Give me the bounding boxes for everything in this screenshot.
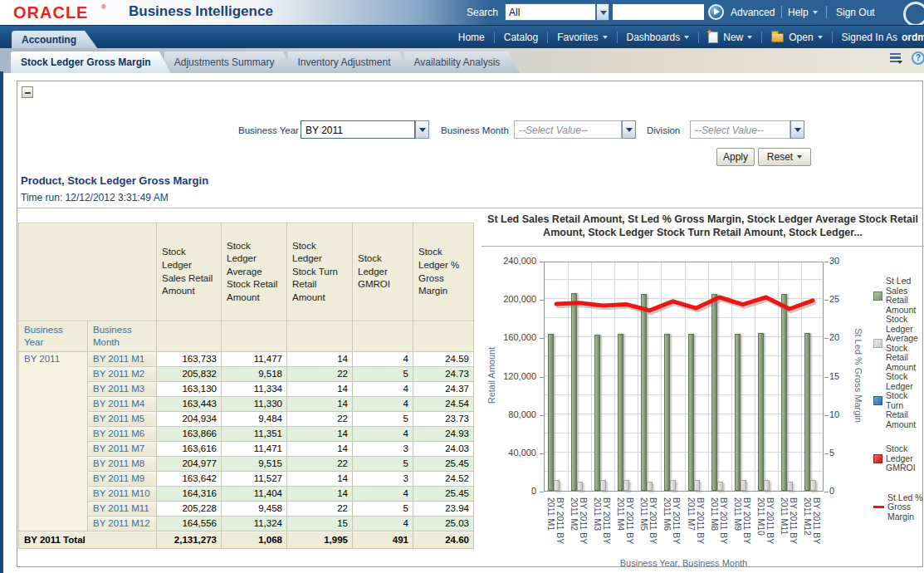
month-link-cell[interactable]: BY 2011 M12 — [88, 516, 157, 531]
value-cell: 163,616 — [157, 441, 222, 456]
new-label: New — [723, 32, 743, 43]
value-cell: 24.73 — [413, 366, 474, 381]
value-cell: 205,832 — [157, 366, 222, 381]
help-menu[interactable]: Help — [788, 7, 818, 18]
brand-bar: ORACLE ® Business Intelligence Search Al… — [0, 0, 924, 25]
separator — [781, 6, 782, 18]
value-cell: 22 — [287, 411, 353, 426]
value-cell: 3 — [353, 471, 413, 486]
month-link-cell[interactable]: BY 2011 M4 — [88, 396, 157, 411]
business-month-dropdown-button[interactable] — [622, 120, 636, 139]
division-select[interactable]: --Select Value-- — [690, 120, 790, 139]
gross-margin-line[interactable] — [545, 262, 824, 492]
value-cell: 9,458 — [222, 501, 287, 516]
divider — [482, 246, 924, 247]
collapse-section-button[interactable] — [22, 86, 33, 98]
report-title: Product, Stock Ledger Gross Margin — [21, 174, 208, 187]
empty-header-cell — [353, 321, 413, 352]
chart-title: St Led Sales Retail Amount, St Led % Gro… — [482, 213, 924, 239]
table-row: BY 2011 M10164,31611,40414425.45 — [19, 486, 474, 501]
month-link-cell[interactable]: BY 2011 M11 — [88, 501, 157, 516]
month-link-cell[interactable]: BY 2011 M3 — [88, 381, 157, 396]
search-scope-dropdown-button[interactable] — [596, 3, 609, 21]
search-scope-select[interactable]: All — [505, 3, 596, 21]
legend-swatch — [873, 454, 882, 463]
x-axis-tick-label: BY 2011 BY 2011 M3 — [593, 497, 611, 551]
value-cell: 11,477 — [222, 351, 287, 366]
value-cell: 3 — [353, 441, 413, 456]
x-axis-title: Business Year, Business Month — [544, 558, 824, 568]
value-cell: 4 — [353, 486, 413, 501]
tick-mark — [824, 338, 829, 339]
tick-mark — [540, 262, 544, 262]
obiee-dashboard-page: ORACLE ® Business Intelligence Search Al… — [0, 0, 924, 573]
divider — [17, 208, 922, 208]
nav-open[interactable]: Open — [762, 32, 831, 43]
sign-out-link[interactable]: Sign Out — [836, 7, 875, 18]
month-link-cell[interactable]: BY 2011 M9 — [88, 471, 157, 486]
legend-item: St Led Sales Retail Amount — [873, 277, 924, 315]
table-corner-cell — [19, 223, 157, 321]
division-dropdown-button[interactable] — [790, 120, 804, 139]
chevron-down-icon — [419, 128, 426, 132]
x-axis-tick-label: BY 2011 BY 2011 M12 — [803, 497, 821, 551]
dashboard-tab-accounting[interactable]: Accounting — [12, 31, 98, 49]
tick-mark — [540, 377, 544, 378]
month-link-cell[interactable]: BY 2011 M1 — [88, 351, 157, 366]
nav-dashboards[interactable]: Dashboards — [618, 32, 699, 43]
tab-adjustments-summary[interactable]: Adjustments Summary — [164, 51, 295, 73]
x-axis-tick-label: BY 2011 BY 2011 M8 — [710, 497, 728, 551]
month-link-cell[interactable]: BY 2011 M10 — [88, 486, 157, 501]
nav-new[interactable]: New — [699, 32, 761, 43]
value-cell: 11,324 — [222, 516, 287, 531]
help-icon[interactable]: ? — [912, 51, 924, 65]
business-year-select[interactable]: BY 2011 — [301, 120, 415, 139]
tab-availability-analysis[interactable]: Availability Analysis — [403, 51, 520, 73]
reset-button[interactable]: Reset — [758, 148, 811, 166]
y-axis-tick-label: 10 — [829, 409, 839, 419]
favorites-label: Favorites — [557, 32, 598, 43]
value-cell: 15 — [287, 516, 353, 531]
business-month-select[interactable]: --Select Value-- — [514, 120, 622, 139]
tab-stock-ledger-gross-margin[interactable]: Stock Ledger Gross Margin — [11, 51, 171, 73]
search-go-button[interactable] — [708, 4, 724, 20]
value-cell: 205,228 — [157, 501, 222, 516]
month-link-cell[interactable]: BY 2011 M6 — [88, 426, 157, 441]
x-axis-tick-label: BY 2011 BY 2011 M2 — [570, 497, 588, 551]
apply-button[interactable]: Apply — [716, 148, 755, 166]
nav-home[interactable]: Home — [449, 32, 494, 43]
month-link-cell[interactable]: BY 2011 M5 — [88, 411, 157, 426]
page-options-icon[interactable] — [890, 53, 901, 62]
chevron-down-icon — [603, 36, 608, 39]
reset-label: Reset — [767, 151, 793, 163]
month-link-cell[interactable]: BY 2011 M7 — [88, 441, 157, 456]
plot-area — [544, 262, 824, 492]
y-axis-tick-label: 20 — [829, 332, 839, 342]
month-link-cell[interactable]: BY 2011 M2 — [88, 366, 157, 381]
tick-mark — [824, 415, 829, 416]
value-cell: 163,130 — [157, 381, 222, 396]
legend-item: Stock Ledger Average Stock Retail Amount — [873, 315, 924, 372]
value-cell: 5 — [353, 456, 413, 471]
tab-inventory-adjustment[interactable]: Inventory Adjustment — [287, 51, 410, 73]
value-cell: 25.45 — [413, 456, 474, 471]
nav-favorites[interactable]: Favorites — [548, 32, 616, 43]
x-axis-tick-label: BY 2011 BY 2011 M1 — [546, 497, 565, 551]
search-input[interactable] — [612, 3, 705, 21]
nav-catalog[interactable]: Catalog — [495, 32, 547, 43]
y-axis-tick-label: 0 — [482, 486, 536, 496]
x-axis-tick-label: BY 2011 BY 2011 M7 — [687, 497, 705, 551]
business-year-dropdown-button[interactable] — [415, 120, 429, 139]
y-axis-tick-label: 200,000 — [482, 294, 536, 304]
minus-icon — [25, 92, 31, 94]
pivot-table: Stock Ledger Sales Retail AmountStock Le… — [18, 223, 474, 549]
advanced-search-link[interactable]: Advanced — [731, 7, 775, 18]
chevron-down-icon — [813, 11, 818, 14]
tick-mark — [824, 492, 829, 492]
tick-mark — [824, 377, 829, 378]
tick-mark — [540, 453, 544, 454]
month-link-cell[interactable]: BY 2011 M8 — [88, 456, 157, 471]
global-nav-links: Home Catalog Favorites Dashboards New Op… — [449, 26, 924, 49]
year-cell[interactable]: BY 2011 — [19, 351, 88, 531]
dimension-column-header: Business Month — [88, 321, 157, 352]
